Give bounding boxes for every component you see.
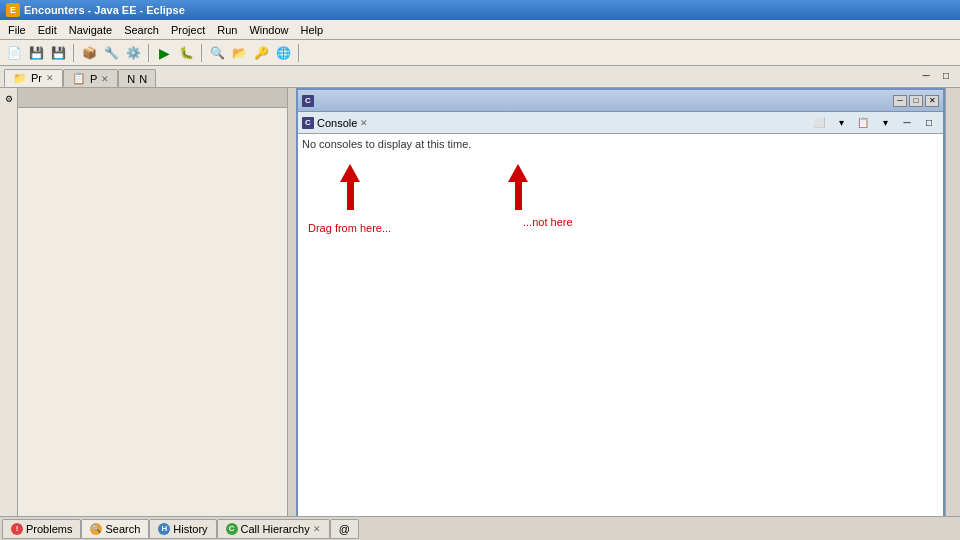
console-tab[interactable]: C Console ✕ [302,117,368,129]
arrow-up-head [508,164,528,182]
callhier-icon: C [226,523,238,535]
app-icon: E [6,3,20,17]
toolbar-btn-3[interactable]: 📦 [79,43,99,63]
editor-tab-strip [18,88,287,108]
drag-arrow-shaft [347,182,354,210]
toolbar-run[interactable]: ▶ [154,43,174,63]
editor-panel [18,88,288,540]
search-label: Search [105,523,140,535]
toolbar-debug[interactable]: 🐛 [176,43,196,63]
console-window: C ─ □ ✕ C Console ✕ ⬜ ▾ [296,88,945,540]
perspective-tab-strip: 📁 Pr ✕ 📋 P ✕ N N ─ □ [0,66,960,88]
menu-file[interactable]: File [2,22,32,38]
bottom-tab-callhierarchy[interactable]: C Call Hierarchy ✕ [217,519,330,539]
tab-n-label: N [139,73,147,85]
console-maximize-console[interactable]: □ [919,113,939,133]
arrow-up-shaft [515,182,522,210]
window-title: Encounters - Java EE - Eclipse [24,4,185,16]
console-dropdown-1[interactable]: ▾ [831,113,851,133]
console-clear-btn[interactable]: ⬜ [809,113,829,133]
toolbar-btn-5[interactable]: ⚙️ [123,43,143,63]
sidebar-btn[interactable]: ⚙ [2,92,16,106]
callhier-label: Call Hierarchy [241,523,310,535]
menu-run[interactable]: Run [211,22,243,38]
title-bar: E Encounters - Java EE - Eclipse [0,0,960,20]
toolbar-btn-4[interactable]: 🔧 [101,43,121,63]
console-tab-close[interactable]: ✕ [360,118,368,128]
tab-pr-close[interactable]: ✕ [46,73,54,83]
no-consoles-msg: No consoles to display at this time. [302,138,471,150]
console-minimize-console[interactable]: ─ [897,113,917,133]
toolbar-btn-9[interactable]: 🌐 [273,43,293,63]
tab-p-close[interactable]: ✕ [101,74,109,84]
console-tab-icon: C [302,117,314,129]
menu-window[interactable]: Window [243,22,294,38]
maximize-editor[interactable]: □ [936,65,956,85]
editor-content [18,108,287,540]
console-maximize-btn[interactable]: □ [909,95,923,107]
tab-n-icon: N [127,73,135,85]
console-title-left: C [302,95,318,107]
tab-p-label: P [90,73,97,85]
right-sidebar [945,88,960,540]
toolbar-sep-2 [148,44,149,62]
console-tab-label: Console [317,117,357,129]
main-area: ⚙ C ─ □ ✕ C [0,88,960,540]
bottom-tab-history[interactable]: H History [149,519,216,539]
tab-p-icon: 📋 [72,72,86,85]
bottom-tab-at[interactable]: @ [330,519,359,539]
console-minimize-btn[interactable]: ─ [893,95,907,107]
toolbar-sep-3 [201,44,202,62]
toolbar-btn-8[interactable]: 🔑 [251,43,271,63]
tab-pr-icon: 📁 [13,72,27,85]
toolbar-save[interactable]: 💾 [26,43,46,63]
console-win-btns: ─ □ ✕ [893,95,939,107]
tab-n[interactable]: N N [118,69,156,87]
history-icon: H [158,523,170,535]
toolbar-save-all[interactable]: 💾 [48,43,68,63]
bottom-tab-problems[interactable]: ! Problems [2,519,81,539]
menu-edit[interactable]: Edit [32,22,63,38]
menu-project[interactable]: Project [165,22,211,38]
console-close-btn[interactable]: ✕ [925,95,939,107]
minimize-editor[interactable]: ─ [916,65,936,85]
menu-help[interactable]: Help [295,22,330,38]
console-tab-bar: C Console ✕ ⬜ ▾ 📋 ▾ ─ □ [298,112,943,134]
console-body: No consoles to display at this time. ...… [298,134,943,538]
at-label: @ [339,523,350,535]
console-title-bar: C ─ □ ✕ [298,90,943,112]
bottom-tab-bar: ! Problems 🔍 Search H History C Call Hie… [0,516,960,540]
menu-search[interactable]: Search [118,22,165,38]
tab-pr-label: Pr [31,72,42,84]
console-dropdown-2[interactable]: ▾ [875,113,895,133]
not-here-label: ...not here [523,216,573,228]
problems-label: Problems [26,523,72,535]
toolbar-btn-7[interactable]: 📂 [229,43,249,63]
toolbar: 📄 💾 💾 📦 🔧 ⚙️ ▶ 🐛 🔍 📂 🔑 🌐 [0,40,960,66]
drag-arrow-head [340,164,360,182]
tab-p[interactable]: 📋 P ✕ [63,69,118,87]
menu-bar: File Edit Navigate Search Project Run Wi… [0,20,960,40]
console-window-icon: C [302,95,314,107]
problems-icon: ! [11,523,23,535]
bottom-tab-search[interactable]: 🔍 Search [81,519,149,539]
toolbar-new[interactable]: 📄 [4,43,24,63]
drag-arrow-annotation [340,164,360,210]
toolbar-btn-6[interactable]: 🔍 [207,43,227,63]
toolbar-sep-4 [298,44,299,62]
history-label: History [173,523,207,535]
search-icon: 🔍 [90,523,102,535]
menu-navigate[interactable]: Navigate [63,22,118,38]
right-area: C ─ □ ✕ C Console ✕ ⬜ ▾ [288,88,945,540]
left-sidebar: ⚙ [0,88,18,540]
console-toolbar: ⬜ ▾ 📋 ▾ ─ □ [809,113,939,133]
console-copy-btn[interactable]: 📋 [853,113,873,133]
tab-pr[interactable]: 📁 Pr ✕ [4,69,63,87]
up-arrow-annotation [508,164,528,210]
toolbar-sep-1 [73,44,74,62]
drag-from-label: Drag from here... [308,222,391,234]
callhier-close[interactable]: ✕ [313,524,321,534]
